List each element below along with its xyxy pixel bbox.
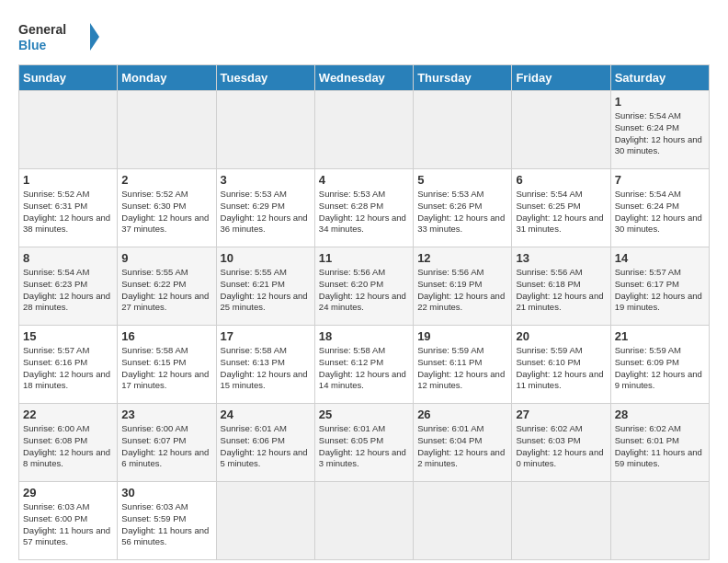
calendar-cell: 19Sunrise: 5:59 AMSunset: 6:11 PMDayligh… <box>414 326 512 404</box>
day-number: 4 <box>319 173 409 187</box>
cell-info: Sunrise: 6:03 AMSunset: 6:00 PMDaylight:… <box>23 501 113 548</box>
calendar-cell: 16Sunrise: 5:58 AMSunset: 6:15 PMDayligh… <box>118 326 216 404</box>
calendar-cell: 12Sunrise: 5:56 AMSunset: 6:19 PMDayligh… <box>414 247 512 326</box>
day-number: 17 <box>221 329 311 343</box>
cell-info: Sunrise: 5:52 AMSunset: 6:30 PMDaylight:… <box>121 189 211 236</box>
cell-info: Sunrise: 6:00 AMSunset: 6:07 PMDaylight:… <box>121 423 211 470</box>
calendar-cell <box>414 482 512 560</box>
day-number: 7 <box>615 173 705 187</box>
day-number: 19 <box>417 329 507 343</box>
cell-info: Sunrise: 6:03 AMSunset: 5:59 PMDaylight:… <box>121 501 211 548</box>
cell-info: Sunrise: 5:55 AMSunset: 6:21 PMDaylight:… <box>221 267 311 314</box>
cell-info: Sunrise: 5:53 AMSunset: 6:29 PMDaylight:… <box>221 189 311 236</box>
calendar-cell: 10Sunrise: 5:55 AMSunset: 6:21 PMDayligh… <box>216 247 314 326</box>
calendar-cell <box>512 482 610 560</box>
day-number: 22 <box>23 408 113 421</box>
calendar-cell: 13Sunrise: 5:56 AMSunset: 6:18 PMDayligh… <box>512 247 610 326</box>
day-number: 28 <box>615 408 705 421</box>
calendar-cell: 14Sunrise: 5:57 AMSunset: 6:17 PMDayligh… <box>610 247 709 326</box>
calendar-cell: 2Sunrise: 5:52 AMSunset: 6:30 PMDaylight… <box>118 169 216 247</box>
calendar-cell: 11Sunrise: 5:56 AMSunset: 6:20 PMDayligh… <box>314 247 413 326</box>
calendar-cell: 4Sunrise: 5:53 AMSunset: 6:28 PMDaylight… <box>314 169 413 247</box>
weekday-header: Tuesday <box>216 65 314 91</box>
day-number: 10 <box>221 251 311 265</box>
calendar-cell <box>414 91 512 169</box>
cell-info: Sunrise: 5:58 AMSunset: 6:12 PMDaylight:… <box>319 345 409 392</box>
cell-info: Sunrise: 5:59 AMSunset: 6:11 PMDaylight:… <box>417 345 507 392</box>
calendar-cell: 28Sunrise: 6:02 AMSunset: 6:01 PMDayligh… <box>610 404 709 482</box>
day-number: 11 <box>319 251 409 265</box>
cell-info: Sunrise: 6:01 AMSunset: 6:06 PMDaylight:… <box>221 423 311 470</box>
cell-info: Sunrise: 5:58 AMSunset: 6:13 PMDaylight:… <box>221 345 311 392</box>
day-number: 6 <box>516 173 606 187</box>
cell-info: Sunrise: 5:53 AMSunset: 6:28 PMDaylight:… <box>319 189 409 236</box>
calendar-cell: 29Sunrise: 6:03 AMSunset: 6:00 PMDayligh… <box>19 482 118 560</box>
calendar-cell: 5Sunrise: 5:53 AMSunset: 6:26 PMDaylight… <box>414 169 512 247</box>
day-number: 12 <box>417 251 507 265</box>
calendar-cell <box>314 91 413 169</box>
day-number: 29 <box>23 486 113 500</box>
day-number: 8 <box>23 251 113 265</box>
calendar-cell: 18Sunrise: 5:58 AMSunset: 6:12 PMDayligh… <box>314 326 413 404</box>
day-number: 30 <box>121 486 211 500</box>
cell-info: Sunrise: 5:56 AMSunset: 6:18 PMDaylight:… <box>516 267 606 314</box>
calendar-cell: 3Sunrise: 5:53 AMSunset: 6:29 PMDaylight… <box>216 169 314 247</box>
calendar-cell: 26Sunrise: 6:01 AMSunset: 6:04 PMDayligh… <box>414 404 512 482</box>
calendar-cell: 6Sunrise: 5:54 AMSunset: 6:25 PMDaylight… <box>512 169 610 247</box>
calendar-cell <box>512 91 610 169</box>
day-number: 20 <box>516 329 606 343</box>
calendar-cell: 9Sunrise: 5:55 AMSunset: 6:22 PMDaylight… <box>118 247 216 326</box>
day-number: 23 <box>121 408 211 421</box>
svg-text:Blue: Blue <box>18 38 47 52</box>
calendar-cell: 21Sunrise: 5:59 AMSunset: 6:09 PMDayligh… <box>610 326 709 404</box>
calendar-cell: 17Sunrise: 5:58 AMSunset: 6:13 PMDayligh… <box>216 326 314 404</box>
calendar-cell: 15Sunrise: 5:57 AMSunset: 6:16 PMDayligh… <box>19 326 118 404</box>
day-number: 9 <box>121 251 211 265</box>
day-number: 16 <box>121 329 211 343</box>
cell-info: Sunrise: 5:56 AMSunset: 6:19 PMDaylight:… <box>417 267 507 314</box>
weekday-header: Friday <box>512 65 610 91</box>
cell-info: Sunrise: 5:59 AMSunset: 6:10 PMDaylight:… <box>516 345 606 392</box>
calendar-cell: 24Sunrise: 6:01 AMSunset: 6:06 PMDayligh… <box>216 404 314 482</box>
calendar-cell <box>216 91 314 169</box>
calendar-table: SundayMondayTuesdayWednesdayThursdayFrid… <box>18 64 710 560</box>
weekday-header: Saturday <box>610 65 709 91</box>
day-number: 2 <box>121 173 211 187</box>
calendar-cell: 20Sunrise: 5:59 AMSunset: 6:10 PMDayligh… <box>512 326 610 404</box>
svg-text:General: General <box>18 22 66 37</box>
day-number: 24 <box>221 408 311 421</box>
cell-info: Sunrise: 5:55 AMSunset: 6:22 PMDaylight:… <box>121 267 211 314</box>
calendar-cell <box>118 91 216 169</box>
calendar-cell: 27Sunrise: 6:02 AMSunset: 6:03 PMDayligh… <box>512 404 610 482</box>
day-number: 27 <box>516 408 606 421</box>
logo-svg: General Blue <box>18 18 101 55</box>
calendar-cell <box>216 482 314 560</box>
cell-info: Sunrise: 5:53 AMSunset: 6:26 PMDaylight:… <box>417 189 507 236</box>
day-number: 1 <box>615 95 705 109</box>
day-number: 14 <box>615 251 705 265</box>
day-number: 5 <box>417 173 507 187</box>
cell-info: Sunrise: 5:57 AMSunset: 6:16 PMDaylight:… <box>23 345 113 392</box>
day-number: 25 <box>319 408 409 421</box>
calendar-cell: 1Sunrise: 5:52 AMSunset: 6:31 PMDaylight… <box>19 169 118 247</box>
cell-info: Sunrise: 6:02 AMSunset: 6:03 PMDaylight:… <box>516 423 606 470</box>
cell-info: Sunrise: 5:54 AMSunset: 6:23 PMDaylight:… <box>23 267 113 314</box>
day-number: 1 <box>23 173 113 187</box>
cell-info: Sunrise: 5:56 AMSunset: 6:20 PMDaylight:… <box>319 267 409 314</box>
calendar-cell: 1Sunrise: 5:54 AMSunset: 6:24 PMDaylight… <box>610 91 709 169</box>
calendar-cell: 23Sunrise: 6:00 AMSunset: 6:07 PMDayligh… <box>118 404 216 482</box>
day-number: 15 <box>23 329 113 343</box>
cell-info: Sunrise: 5:58 AMSunset: 6:15 PMDaylight:… <box>121 345 211 392</box>
weekday-header: Monday <box>118 65 216 91</box>
calendar-cell <box>610 482 709 560</box>
calendar-cell <box>19 91 118 169</box>
calendar-cell: 8Sunrise: 5:54 AMSunset: 6:23 PMDaylight… <box>19 247 118 326</box>
logo: General Blue <box>18 18 101 55</box>
day-number: 3 <box>221 173 311 187</box>
day-number: 13 <box>516 251 606 265</box>
weekday-header: Thursday <box>414 65 512 91</box>
calendar-cell <box>314 482 413 560</box>
cell-info: Sunrise: 5:54 AMSunset: 6:25 PMDaylight:… <box>516 189 606 236</box>
cell-info: Sunrise: 6:02 AMSunset: 6:01 PMDaylight:… <box>615 423 705 470</box>
day-number: 26 <box>417 408 507 421</box>
